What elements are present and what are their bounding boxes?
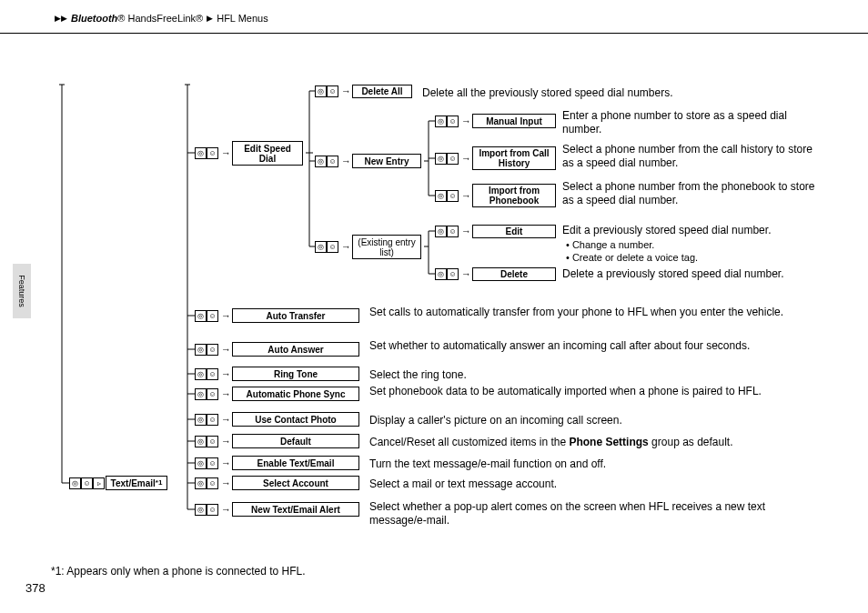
arrow-right-icon: → [221,148,231,158]
dial-icon: ☺ [207,147,218,159]
menu-auto-answer: Auto Answer [232,342,359,357]
selector-icons: ◎☺ [195,414,218,426]
selector-icons: ◎☺ [195,477,218,489]
dial-icon: ▹ [93,477,105,489]
desc-new-alert: Select whether a pop-up alert comes on t… [369,500,824,528]
desc-enable-te: Turn the text message/e-mail function on… [369,457,824,471]
selector-icons: ◎☺ [315,241,338,253]
dial-icon: ◎ [195,310,207,322]
dial-icon: ◎ [69,477,81,489]
dial-icon: ◎ [435,153,447,165]
selector-icons: ◎☺ [435,153,459,165]
selector-icons: ◎☺ [195,457,218,469]
arrow-right-icon: → [221,415,231,425]
dial-icon: ◎ [315,156,327,167]
desc-default: Cancel/Reset all customized items in the… [369,436,833,449]
menu-use-contact-photo: Use Contact Photo [232,412,359,427]
menu-text-email: Text/Email*1 [106,476,167,490]
arrow-right-icon: → [461,269,471,279]
menu-new-text-email-alert: New Text/Email Alert [232,502,359,517]
selector-icons: ◎ ☺ ▹ [69,477,105,489]
selector-icons: ◎☺ [195,504,218,516]
menu-edit: Edit [472,225,556,238]
dial-icon: ☺ [207,436,218,447]
menu-auto-sync: Automatic Phone Sync [232,387,359,401]
dial-icon: ☺ [207,457,218,469]
dial-icon: ☺ [327,156,338,167]
menu-edit-speed-dial: Edit Speed Dial [232,141,303,166]
menu-manual-input: Manual Input [472,114,556,128]
sidebar-tab: Features [13,264,31,318]
selector-icons: ◎☺ [195,368,218,380]
arrow-right-icon: → [221,389,231,399]
dial-icon: ◎ [195,436,207,447]
dial-icon: ☺ [207,477,218,489]
arrow-right-icon: → [221,478,231,488]
dial-icon: ☺ [447,226,459,237]
dial-icon: ☺ [447,116,459,127]
dial-icon: ☺ [207,504,218,516]
dial-icon: ☺ [207,388,218,400]
menu-import-call-history: Import from Call History [472,146,556,170]
arrow-right-icon: → [221,505,231,515]
chevron-right-icon: ▶▶ [55,14,67,23]
dial-icon: ◎ [195,388,207,400]
menu-delete-all: Delete All [352,85,412,98]
desc-manual-input: Enter a phone number to store as a speed… [562,109,817,136]
dial-icon: ☺ [447,153,459,165]
dial-icon: ◎ [195,344,207,356]
dial-icon: ◎ [195,457,207,469]
desc-delete-all: Delete all the previously stored speed d… [422,86,813,100]
dial-icon: ◎ [195,504,207,516]
desc-delete: Delete a previously stored speed dial nu… [562,267,826,281]
menu-diagram: ◎ ☺ ▹ Text/Email*1 ◎ ☺ → Edit Speed Dial… [51,77,841,558]
dial-icon: ☺ [207,344,218,356]
divider [0,33,868,34]
menu-existing-entry: (Existing entry list) [352,235,421,259]
menu-select-account: Select Account [232,476,359,490]
desc-import-pb: Select a phone number from the phonebook… [562,180,826,207]
desc-select-acct: Select a mail or text message account. [369,477,824,491]
menu-auto-transfer: Auto Transfer [232,308,359,323]
dial-icon: ◎ [195,368,207,380]
selector-icons: ◎☺ [195,436,218,447]
desc-use-contact: Display a caller's picture on an incomin… [369,414,824,427]
arrow-right-icon: → [341,86,351,96]
dial-icon: ☺ [327,85,338,97]
arrow-right-icon: → [341,242,351,252]
footnote: *1: Appears only when a phone is connect… [51,565,306,578]
selector-icons: ◎☺ [195,344,218,356]
dial-icon: ◎ [435,268,447,280]
selector-icons: ◎☺ [435,226,459,237]
desc-edit-bullet1: • Change a number. [566,239,654,252]
selector-icons: ◎☺ [435,268,459,280]
arrow-right-icon: → [461,191,471,201]
selector-icons: ◎☺ [435,190,459,202]
arrow-right-icon: → [221,369,231,379]
desc-edit-bullet2: • Create or delete a voice tag. [566,252,698,265]
dial-icon: ☺ [207,414,218,426]
arrow-right-icon: → [461,226,471,236]
arrow-right-icon: → [221,458,231,468]
breadcrumb: ▶▶ Bluetooth® HandsFreeLink® ▶ HFL Menus [55,13,268,24]
desc-ring-tone: Select the ring tone. [369,368,824,382]
dial-icon: ☺ [447,268,459,280]
menu-default: Default [232,434,359,448]
menu-import-phonebook: Import from Phonebook [472,184,556,207]
desc-import-ch: Select a phone number from the call hist… [562,143,817,170]
arrow-right-icon: → [341,156,351,166]
chevron-right-icon: ▶ [207,14,213,23]
dial-icon: ◎ [315,85,327,97]
dial-icon: ☺ [327,241,338,253]
arrow-right-icon: → [221,437,231,447]
page-number: 378 [25,581,45,595]
dial-icon: ◎ [435,116,447,127]
selector-icons: ◎☺ [435,116,459,127]
dial-icon: ◎ [195,147,207,159]
selector-icons: ◎☺ [195,388,218,400]
dial-icon: ☺ [447,190,459,202]
dial-icon: ☺ [207,368,218,380]
arrow-right-icon: → [221,311,231,321]
breadcrumb-current: HFL Menus [217,13,267,24]
desc-auto-sync: Set phonebook data to be automatically i… [369,385,824,398]
